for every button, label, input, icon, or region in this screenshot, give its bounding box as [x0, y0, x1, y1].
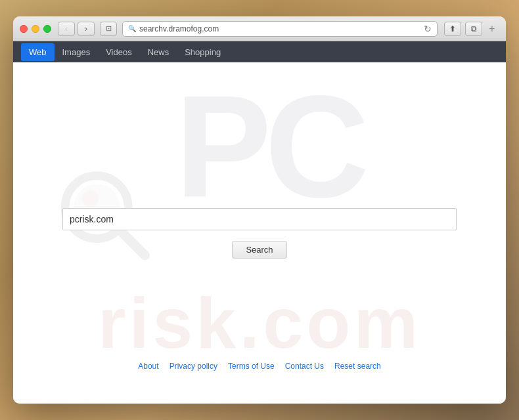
watermark-risk-text: risk.com [98, 281, 421, 364]
watermark-pc-text: PC [175, 82, 363, 212]
new-tab-button[interactable]: + [485, 22, 499, 36]
tabs-icon: ⧉ [471, 24, 477, 33]
address-bar[interactable]: 🔍 searchv.dramofog.com ↻ [122, 21, 438, 37]
reader-button[interactable]: ⊡ [100, 22, 117, 36]
refresh-icon[interactable]: ↻ [424, 24, 432, 34]
url-text: searchv.dramofog.com [139, 24, 420, 33]
title-bar: ‹ › ⊡ 🔍 searchv.dramofog.com ↻ ⬆ ⧉ + [13, 16, 506, 41]
search-icon: 🔍 [128, 25, 136, 32]
contact-link[interactable]: Contact Us [285, 362, 324, 371]
search-area: Search [62, 208, 457, 259]
tab-news[interactable]: News [140, 43, 177, 61]
plus-icon: + [489, 23, 495, 35]
reset-link[interactable]: Reset search [334, 362, 381, 371]
footer-links: About Privacy policy Terms of Use Contac… [138, 362, 380, 371]
page-content: PC risk.com Search About [13, 62, 506, 404]
tab-web[interactable]: Web [21, 43, 55, 61]
reader-icon: ⊡ [106, 24, 112, 33]
forward-arrow-icon: › [85, 24, 87, 33]
share-button[interactable]: ⬆ [444, 22, 461, 36]
nav-buttons: ‹ › [58, 22, 95, 36]
share-icon: ⬆ [449, 24, 456, 33]
tab-images[interactable]: Images [55, 43, 99, 61]
tab-videos[interactable]: Videos [98, 43, 140, 61]
terms-link[interactable]: Terms of Use [228, 362, 275, 371]
window-controls: ⬆ ⧉ [444, 22, 482, 36]
search-input[interactable] [62, 208, 457, 230]
minimize-button[interactable] [32, 25, 39, 33]
search-input-wrapper [62, 208, 457, 230]
privacy-link[interactable]: Privacy policy [169, 362, 217, 371]
browser-window: ‹ › ⊡ 🔍 searchv.dramofog.com ↻ ⬆ ⧉ + [13, 16, 506, 404]
close-button[interactable] [20, 25, 28, 33]
back-button[interactable]: ‹ [58, 22, 75, 36]
search-button[interactable]: Search [232, 241, 286, 259]
forward-button[interactable]: › [78, 22, 95, 36]
back-arrow-icon: ‹ [65, 24, 68, 33]
traffic-lights [20, 25, 51, 33]
nav-bar: Web Images Videos News Shopping [13, 41, 506, 62]
tabs-button[interactable]: ⧉ [465, 22, 482, 36]
svg-point-2 [82, 190, 99, 207]
about-link[interactable]: About [138, 362, 158, 371]
maximize-button[interactable] [43, 25, 51, 33]
tab-shopping[interactable]: Shopping [177, 43, 229, 61]
